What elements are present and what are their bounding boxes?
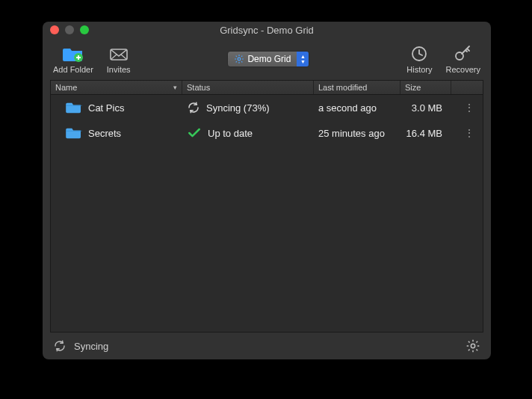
row-size: 3.0 MB	[412, 102, 442, 114]
column-header-modified[interactable]: Last modified	[314, 81, 400, 94]
zoom-window-button[interactable]	[80, 25, 89, 34]
folder-icon	[66, 101, 82, 114]
toolbar: Add Folder Invites D	[43, 38, 491, 80]
invites-button[interactable]: Invites	[107, 44, 131, 74]
row-menu-button[interactable]: ⋮	[451, 128, 483, 138]
status-icon	[187, 126, 202, 140]
column-header-name[interactable]: Name ▾	[51, 81, 182, 94]
clock-icon	[409, 44, 430, 64]
window-title: Gridsync - Demo Grid	[49, 25, 485, 36]
svg-point-2	[238, 58, 241, 61]
gear-icon	[466, 338, 480, 353]
envelope-icon	[108, 44, 129, 64]
status-icon	[187, 101, 200, 114]
recovery-label: Recovery	[446, 65, 480, 74]
column-headers: Name ▾ Status Last modified Size	[51, 81, 483, 95]
table-row[interactable]: SecretsUp to date25 minutes ago16.4 MB⋮	[51, 120, 483, 146]
table-body: Cat PicsSyncing (73%)a second ago3.0 MB⋮…	[51, 95, 483, 332]
row-size: 16.4 MB	[406, 128, 442, 139]
kebab-icon: ⋮	[464, 102, 475, 113]
minimize-window-button[interactable]	[65, 25, 74, 34]
window-controls	[50, 25, 89, 34]
column-name-label: Name	[55, 83, 77, 92]
svg-point-5	[471, 344, 474, 347]
titlebar: Gridsync - Demo Grid	[43, 22, 491, 38]
add-folder-button[interactable]: Add Folder	[53, 44, 93, 74]
statusbar-text: Syncing	[74, 341, 108, 352]
table-row[interactable]: Cat PicsSyncing (73%)a second ago3.0 MB⋮	[51, 95, 483, 120]
updown-arrows-icon: ▲▼	[297, 52, 309, 66]
add-folder-icon	[63, 44, 84, 64]
row-modified: 25 minutes ago	[318, 128, 385, 139]
column-header-size[interactable]: Size	[400, 81, 451, 94]
invites-label: Invites	[107, 65, 131, 74]
column-header-spacer	[451, 81, 483, 94]
settings-button[interactable]	[466, 338, 480, 353]
grid-selector[interactable]: Demo Grid ▲▼	[227, 51, 309, 67]
folder-icon	[66, 126, 82, 140]
chevron-down-icon: ▾	[173, 84, 177, 91]
grid-selector-label: Demo Grid	[247, 54, 291, 64]
column-header-status[interactable]: Status	[182, 81, 314, 94]
gear-blue-icon	[234, 54, 244, 64]
row-menu-button[interactable]: ⋮	[451, 102, 483, 113]
row-name: Cat Pics	[88, 102, 124, 114]
row-name: Secrets	[88, 128, 121, 139]
folder-table: Name ▾ Status Last modified Size Cat Pic…	[50, 80, 483, 332]
recovery-button[interactable]: Recovery	[446, 44, 480, 74]
row-status: Up to date	[208, 128, 253, 139]
history-label: History	[406, 65, 432, 74]
row-status: Syncing (73%)	[206, 102, 270, 114]
statusbar: Syncing	[43, 332, 491, 359]
history-button[interactable]: History	[406, 44, 432, 74]
app-window: Gridsync - Demo Grid Add Folder	[43, 22, 491, 359]
kebab-icon: ⋮	[464, 128, 475, 138]
add-folder-label: Add Folder	[53, 65, 93, 74]
sync-icon	[53, 339, 66, 353]
row-modified: a second ago	[318, 102, 377, 114]
key-icon	[453, 44, 474, 64]
close-window-button[interactable]	[50, 25, 59, 34]
